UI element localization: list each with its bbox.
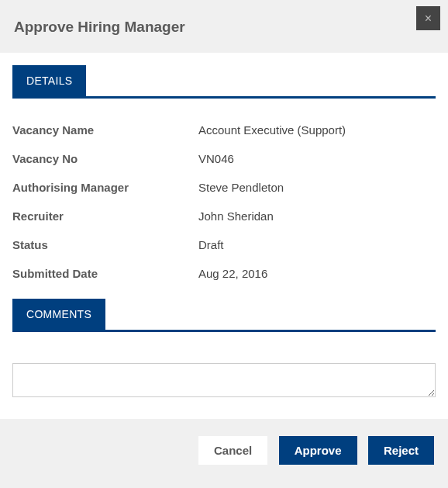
detail-label: Authorising Manager: [12, 181, 198, 194]
comments-tab[interactable]: COMMENTS: [12, 299, 105, 330]
detail-label: Vacancy No: [12, 152, 198, 165]
close-icon: ×: [425, 12, 432, 25]
modal-footer: Cancel Approve Reject: [0, 419, 448, 482]
details-list: Vacancy Name Account Executive (Support)…: [12, 116, 436, 288]
details-tab-row: DETAILS: [12, 65, 436, 99]
modal-body: DETAILS Vacancy Name Account Executive (…: [0, 53, 448, 419]
detail-value: Draft: [198, 238, 224, 251]
detail-label: Status: [12, 238, 198, 251]
detail-row: Submitted Date Aug 22, 2016: [12, 259, 436, 288]
detail-row: Authorising Manager Steve Pendleton: [12, 173, 436, 202]
close-button[interactable]: ×: [416, 6, 440, 30]
modal-title: Approve Hiring Manager: [14, 12, 434, 36]
detail-label: Submitted Date: [12, 267, 198, 280]
detail-value: VN046: [198, 152, 234, 165]
detail-label: Recruiter: [12, 209, 198, 223]
detail-label: Vacancy Name: [12, 123, 198, 137]
detail-row: Vacancy Name Account Executive (Support): [12, 116, 436, 144]
detail-row: Recruiter John Sheridan: [12, 202, 436, 230]
detail-value: Steve Pendleton: [198, 181, 284, 194]
detail-row: Vacancy No VN046: [12, 144, 436, 173]
comments-input[interactable]: [12, 363, 436, 397]
details-tab[interactable]: DETAILS: [12, 65, 86, 96]
reject-button[interactable]: Reject: [368, 436, 434, 465]
comments-section: COMMENTS: [12, 299, 436, 400]
modal-header: Approve Hiring Manager ×: [0, 0, 448, 53]
detail-value: Account Executive (Support): [198, 123, 346, 137]
detail-value: John Sheridan: [198, 209, 274, 223]
detail-value: Aug 22, 2016: [198, 267, 267, 280]
approve-hiring-manager-modal: Approve Hiring Manager × DETAILS Vacancy…: [0, 0, 448, 482]
comments-tab-row: COMMENTS: [12, 299, 436, 332]
detail-row: Status Draft: [12, 230, 436, 259]
cancel-button[interactable]: Cancel: [198, 436, 267, 465]
approve-button[interactable]: Approve: [279, 436, 357, 465]
